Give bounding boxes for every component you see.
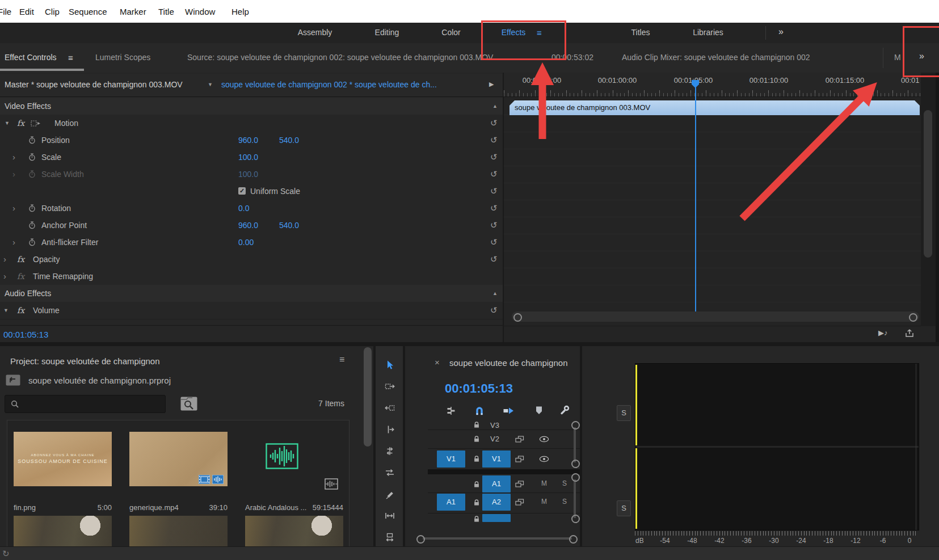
project-panel-menu-icon[interactable]: ≡ [339, 355, 344, 365]
workspace-tab-titles[interactable]: Titles [631, 28, 650, 37]
source-patch-a1[interactable]: A1 [437, 494, 465, 511]
workspace-tab-editing[interactable]: Editing [375, 28, 399, 37]
audio-track-scrollbar[interactable] [574, 479, 576, 518]
ecp-horizontal-scrollbar[interactable] [512, 311, 919, 322]
lock-track-icon[interactable] [473, 499, 480, 506]
tab-metadata-clipped[interactable]: M [894, 53, 901, 62]
menu-help[interactable]: Help [231, 7, 249, 16]
tab-source-monitor[interactable]: Source: soupe veloutee de champignon 002… [187, 53, 493, 62]
reset-volume-icon[interactable]: ↺ [490, 302, 498, 319]
scale-row[interactable]: › Scale 100.0 ↺ [0, 149, 504, 166]
razor-tool[interactable] [385, 489, 395, 499]
rotation-value[interactable]: 0.0 [238, 200, 249, 217]
search-bin-button[interactable] [180, 395, 197, 411]
stopwatch-icon[interactable] [28, 221, 36, 229]
project-item-thumbnail-fin[interactable]: ABONNEZ VOUS À MA CHAINE SOUSSOU AMOUR D… [14, 432, 112, 486]
refresh-status-icon[interactable]: ↻ [2, 549, 10, 559]
track-output-icon[interactable] [515, 499, 524, 506]
timeline-display-settings-icon[interactable] [446, 406, 456, 415]
solo-right-channel-button[interactable]: S [617, 500, 631, 516]
fx-badge-icon[interactable]: fx [17, 251, 24, 268]
scrollbar-left-handle[interactable] [513, 313, 522, 322]
effect-controls-panel-menu-icon[interactable]: ≡ [68, 53, 73, 62]
track-target-a3-partial[interactable] [482, 514, 511, 522]
workspace-tab-libraries[interactable]: Libraries [693, 28, 723, 37]
track-target-a2[interactable]: A2 [482, 494, 511, 511]
menu-sequence[interactable]: Sequence [69, 7, 107, 16]
scale-value[interactable]: 100.0 [238, 149, 258, 166]
expand-opacity-icon[interactable]: › [3, 251, 6, 268]
video-track-scrollbar[interactable] [574, 427, 576, 462]
lock-track-icon[interactable] [473, 421, 480, 428]
menu-title[interactable]: Title [158, 7, 174, 16]
video-scroll-handle-bottom[interactable] [571, 460, 580, 468]
track-name-v2[interactable]: V2 [490, 435, 499, 443]
stopwatch-icon[interactable] [28, 136, 36, 144]
project-item-name[interactable]: generique.mp4 [129, 503, 179, 512]
menu-edit[interactable]: Edit [19, 7, 34, 16]
source-patch-v1[interactable]: V1 [437, 450, 465, 468]
motion-effect-row[interactable]: ▼ fx Motion ↺ [0, 115, 504, 132]
reset-anti-flicker-icon[interactable]: ↺ [490, 234, 498, 251]
workspace-tab-assembly[interactable]: Assembly [298, 28, 332, 37]
track-output-icon[interactable] [515, 481, 524, 487]
track-target-v1[interactable]: V1 [482, 450, 511, 468]
workspace-overflow-icon[interactable]: » [778, 27, 784, 37]
fx-badge-icon[interactable]: fx [17, 302, 24, 319]
zoom-handle-right[interactable] [569, 535, 578, 544]
lock-track-icon[interactable] [473, 481, 480, 488]
audio-effects-section[interactable]: Audio Effects ▲ [0, 285, 504, 302]
breadcrumb[interactable]: soupe veloutée de champignon.prproj [28, 376, 171, 385]
timeline-timecode[interactable]: 00:01:05:13 [445, 381, 513, 396]
anchor-y-value[interactable]: 540.0 [279, 217, 299, 234]
expand-time-remapping-icon[interactable]: › [3, 268, 6, 285]
menu-marker[interactable]: Marker [120, 7, 146, 16]
track-target-a1[interactable]: A1 [482, 475, 511, 492]
expand-scale-width-icon[interactable]: › [12, 166, 15, 183]
position-x-value[interactable]: 960.0 [238, 132, 258, 149]
video-effects-section[interactable]: Video Effects ▲ [0, 98, 504, 115]
timeline-settings-wrench-icon[interactable] [559, 405, 570, 415]
slip-tool[interactable] [385, 511, 395, 521]
reset-scale-icon[interactable]: ↺ [490, 149, 498, 166]
project-bin[interactable]: ABONNEZ VOUS À MA CHAINE SOUSSOU AMOUR D… [7, 420, 350, 546]
tab-audio-clip-mixer[interactable]: Audio Clip Mixer: soupe veloutee de cham… [622, 53, 810, 62]
anti-flicker-value[interactable]: 0.00 [238, 234, 254, 251]
rolling-edit-tool[interactable] [385, 446, 395, 456]
expand-volume-icon[interactable]: ▼ [3, 302, 9, 319]
toggle-track-visibility-icon[interactable] [539, 436, 549, 443]
linked-selection-icon[interactable] [503, 407, 514, 415]
stopwatch-icon[interactable] [28, 153, 36, 161]
zoom-handle-left[interactable] [416, 535, 425, 544]
menu-file[interactable]: File [0, 7, 11, 16]
uniform-scale-checkbox[interactable]: ✓ [238, 187, 246, 195]
timeline-tab-label[interactable]: soupe veloutee de champignon [449, 358, 568, 368]
solo-track-button[interactable]: S [562, 498, 567, 506]
audio-scroll-handle-bottom[interactable] [571, 515, 580, 523]
opacity-row[interactable]: › fx Opacity ↺ [0, 251, 504, 268]
effect-controls-timecode[interactable]: 00:01:05:13 [3, 330, 48, 339]
project-item-thumbnail-generique[interactable] [129, 432, 228, 486]
reset-anchor-icon[interactable]: ↺ [490, 217, 498, 234]
project-item-name[interactable]: Arabic Andalous ... [245, 503, 306, 512]
expand-rotation-icon[interactable]: › [12, 200, 15, 217]
lock-track-icon[interactable] [473, 435, 480, 443]
lock-track-icon[interactable] [473, 515, 480, 523]
stopwatch-icon[interactable] [28, 204, 36, 212]
reset-uniform-scale-icon[interactable]: ↺ [490, 183, 498, 200]
ecp-time-ruler[interactable]: 00:00:55:00 00:01:00:00 00:01:05:00 00:0… [504, 73, 921, 97]
anchor-point-row[interactable]: Anchor Point 960.0 540.0 ↺ [0, 217, 504, 234]
expand-scale-icon[interactable]: › [12, 149, 15, 166]
tab-lumetri-scopes[interactable]: Lumetri Scopes [95, 53, 150, 62]
anchor-x-value[interactable]: 960.0 [238, 217, 258, 234]
project-panel-title[interactable]: Project: soupe veloutée de champignon [10, 356, 160, 366]
track-output-icon[interactable] [515, 436, 524, 443]
timeline-zoom-scrollbar[interactable] [423, 537, 572, 540]
volume-row[interactable]: ▼ fx Volume ↺ [0, 302, 504, 319]
reset-rotation-icon[interactable]: ↺ [490, 200, 498, 217]
reset-motion-icon[interactable]: ↺ [490, 115, 498, 132]
project-scrollbar[interactable] [364, 347, 372, 447]
track-output-icon[interactable] [515, 456, 524, 462]
lock-track-icon[interactable] [473, 455, 480, 462]
reset-position-icon[interactable]: ↺ [490, 132, 498, 149]
